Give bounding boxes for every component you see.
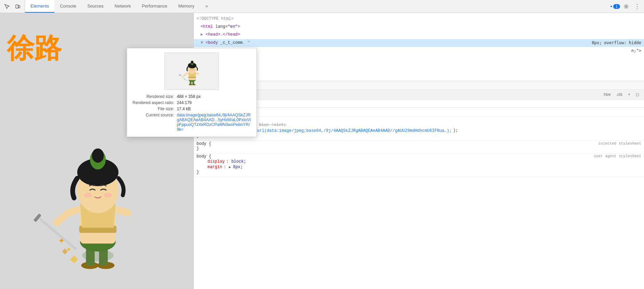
- cls-button[interactable]: .cls: [614, 91, 624, 98]
- css-rules: } body { background-color : blue !olet;: [194, 108, 644, 289]
- devtools-topbar: Elements Console Sources Network Perform…: [0, 0, 644, 13]
- more-options-button[interactable]: ⋮: [632, 2, 642, 11]
- current-source-value[interactable]: data:image/jpeg;base64,/9j/4AAQSkZJRgABA…: [193, 112, 252, 133]
- tab-console[interactable]: Console: [54, 0, 82, 13]
- dom-html[interactable]: <html lang="en">: [194, 23, 644, 31]
- svg-point-3: [626, 5, 627, 7]
- tooltip-info-table: Rendered size: 488 × 358 px Rendered asp…: [193, 93, 252, 133]
- overflow-style-text: 0px; overflow: hidde: [592, 40, 642, 46]
- css-line-margin: margin : ▶ 8px;: [197, 164, 641, 170]
- settings-button[interactable]: [621, 2, 631, 11]
- topbar-right-actions: 1 ⋮: [608, 0, 644, 13]
- aspect-ratio-value: 244:179: [193, 100, 252, 106]
- add-style-button[interactable]: +: [626, 91, 632, 98]
- filter-bar: [194, 100, 644, 108]
- svg-rect-0: [16, 5, 18, 8]
- svg-rect-14: [114, 206, 132, 217]
- dom-empty: [194, 55, 644, 63]
- tab-sources[interactable]: Sources: [82, 0, 109, 13]
- svg-rect-16: [34, 213, 41, 222]
- svg-rect-38: [195, 73, 199, 75]
- dom-svg[interactable]: ▼ <svg aria-hid… n;">: [194, 47, 644, 55]
- css-line-background: background : ▶ url(▶ url(data:image/jpeg…: [197, 128, 641, 134]
- dom-symbol1[interactable]: ▶ <symbol id=': [194, 63, 644, 71]
- character-image: ✦ ✦: [31, 125, 161, 275]
- tab-more[interactable]: »: [200, 0, 213, 13]
- dom-head[interactable]: ▶ <head>…</head>: [194, 31, 644, 39]
- dom-tree: <!DOCTYPE html> <html lang="en"> ▶ <head…: [194, 13, 644, 81]
- tooltip-preview-svg: ✦: [193, 56, 211, 87]
- toggle-layout-button[interactable]: ◻: [634, 91, 641, 98]
- tab-memory[interactable]: Memory: [173, 0, 200, 13]
- svg-rect-2: [610, 5, 612, 7]
- margin-expand[interactable]: ▶: [229, 165, 231, 169]
- css-rule-closing: }: [194, 109, 644, 117]
- feedback-button[interactable]: 1: [610, 2, 620, 11]
- rendered-size-value: 488 × 358 px: [193, 93, 252, 100]
- css-rule-body-background: body { background-color : blue !olet; ba…: [194, 117, 644, 141]
- svg-point-22: [92, 148, 104, 163]
- svg-point-23: [84, 193, 92, 198]
- chinese-heading: 徐路: [7, 30, 62, 67]
- css-line-background-color: background-color : blue !olet;: [197, 122, 641, 128]
- device-toggle-button[interactable]: [13, 2, 23, 11]
- filter-input[interactable]: [201, 101, 641, 106]
- svg-rect-13: [52, 211, 70, 227]
- inspect-element-button[interactable]: [2, 2, 12, 11]
- css-rule-body-injected: injected stylesheet body { }: [194, 141, 644, 153]
- dom-tree-container: <!DOCTYPE html> <html lang="en"> ▶ <head…: [194, 13, 644, 81]
- useragent-source-label: user agent stylesheet: [594, 154, 641, 158]
- tab-performance[interactable]: Performance: [136, 0, 173, 13]
- dom-body[interactable]: ▼ <body _c_t_comm… " 0px; overflow: hidd…: [194, 39, 644, 47]
- css-rule-body-useragent: user agent stylesheet body { display : b…: [194, 153, 644, 177]
- hov-button[interactable]: :hov: [601, 91, 613, 98]
- tab-elements[interactable]: Elements: [25, 0, 54, 13]
- file-size-value: 17.4 kB: [193, 106, 252, 112]
- svg-rect-1: [18, 5, 20, 8]
- notification-badge: 1: [613, 4, 620, 9]
- breadcrumb: html body: [194, 81, 644, 90]
- dom-symbol2[interactable]: ▶ <symbol id=': [194, 71, 644, 78]
- tooltip-image-preview: ✦: [193, 52, 219, 90]
- styles-right-actions: :hov .cls + ◻: [601, 91, 641, 98]
- styles-tabs-bar: Styles Computed :hov .cls + ◻: [194, 90, 644, 100]
- devtools-panel: <!DOCTYPE html> <html lang="en"> ▶ <head…: [193, 13, 644, 289]
- svg-marker-27: [70, 255, 78, 263]
- svg-text:✦: ✦: [58, 236, 65, 245]
- svg-point-24: [104, 193, 112, 198]
- injected-source-label: injected stylesheet: [598, 141, 641, 146]
- dom-doctype[interactable]: <!DOCTYPE html>: [194, 15, 644, 23]
- tab-network[interactable]: Network: [109, 0, 137, 13]
- main-area: 徐路: [0, 13, 644, 289]
- image-tooltip: ✦ Rendered size: 488 × 358 px Rendered a…: [193, 48, 257, 137]
- overflow-n-text: n;">: [631, 48, 641, 54]
- css-line-display: display : block;: [197, 159, 641, 164]
- toolbar-icons: [0, 0, 25, 13]
- devtools-tabs: Elements Console Sources Network Perform…: [25, 0, 608, 13]
